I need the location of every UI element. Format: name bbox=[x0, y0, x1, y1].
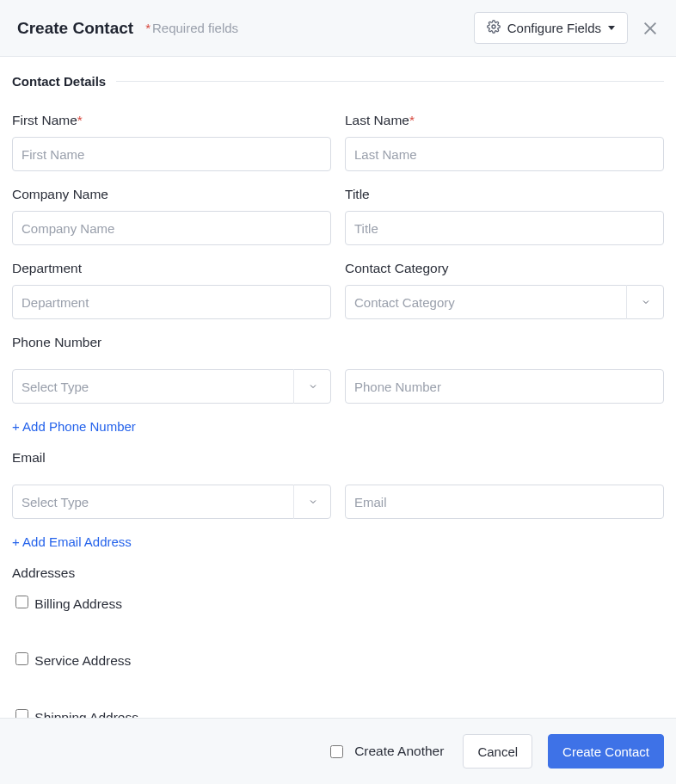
create-another-checkbox[interactable] bbox=[330, 745, 343, 758]
shipping-address-option[interactable]: Shipping Address bbox=[12, 707, 664, 718]
first-name-label: First Name* bbox=[12, 113, 331, 128]
addresses-label: Addresses bbox=[12, 565, 664, 581]
title-label: Title bbox=[345, 187, 664, 202]
phone-value-input[interactable] bbox=[345, 369, 664, 404]
create-contact-modal: Create Contact *Required fields Configur… bbox=[0, 0, 676, 784]
category-select[interactable]: Contact Category bbox=[345, 285, 664, 319]
company-input[interactable] bbox=[12, 211, 331, 245]
create-another-option[interactable]: Create Another bbox=[327, 743, 444, 761]
caret-down-icon bbox=[608, 26, 615, 30]
department-label: Department bbox=[12, 261, 331, 276]
section-title: Contact Details bbox=[12, 74, 664, 94]
service-address-checkbox[interactable] bbox=[15, 652, 28, 665]
modal-header: Create Contact *Required fields Configur… bbox=[0, 0, 676, 57]
add-email-link[interactable]: + Add Email Address bbox=[12, 534, 132, 549]
required-note: *Required fields bbox=[145, 21, 238, 35]
svg-point-0 bbox=[492, 25, 495, 28]
first-name-input[interactable] bbox=[12, 137, 331, 171]
email-type-select[interactable]: Select Type bbox=[12, 485, 331, 519]
cancel-button[interactable]: Cancel bbox=[463, 734, 532, 769]
email-label: Email bbox=[12, 450, 664, 466]
add-phone-link[interactable]: + Add Phone Number bbox=[12, 419, 136, 434]
title-input[interactable] bbox=[345, 211, 664, 245]
department-input[interactable] bbox=[12, 285, 331, 319]
last-name-label: Last Name* bbox=[345, 113, 664, 128]
last-name-input[interactable] bbox=[345, 137, 664, 171]
configure-fields-label: Configure Fields bbox=[507, 21, 601, 35]
billing-address-checkbox[interactable] bbox=[15, 596, 28, 608]
gear-icon bbox=[487, 20, 501, 36]
close-button[interactable] bbox=[642, 20, 659, 37]
configure-fields-button[interactable]: Configure Fields bbox=[474, 12, 628, 44]
modal-footer: Create Another Cancel Create Contact bbox=[0, 718, 676, 784]
service-address-option[interactable]: Service Address bbox=[12, 650, 664, 669]
modal-body: Contact Details First Name* Last Name* C… bbox=[0, 57, 676, 718]
create-contact-button[interactable]: Create Contact bbox=[548, 734, 664, 769]
phone-type-select[interactable]: Select Type bbox=[12, 369, 331, 404]
phone-label: Phone Number bbox=[12, 335, 664, 350]
modal-title: Create Contact bbox=[17, 19, 133, 38]
category-label: Contact Category bbox=[345, 261, 664, 276]
shipping-address-checkbox[interactable] bbox=[15, 709, 28, 718]
billing-address-option[interactable]: Billing Address bbox=[12, 593, 664, 612]
company-label: Company Name bbox=[12, 187, 331, 202]
email-value-input[interactable] bbox=[345, 485, 664, 519]
